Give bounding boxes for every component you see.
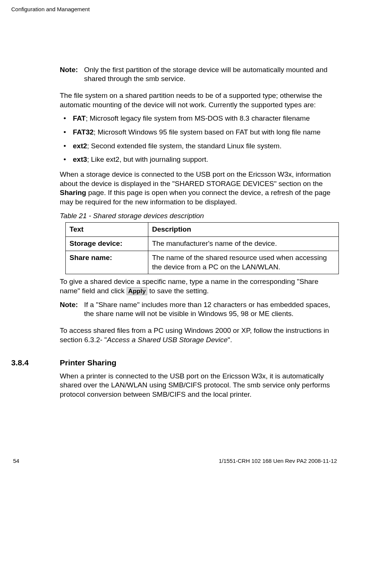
paragraph-printer: When a printer is connected to the USB p… — [60, 372, 339, 399]
paragraph-storage: When a storage device is connected to th… — [60, 170, 339, 207]
table-cell: The manufacturer's name of the device. — [148, 237, 339, 251]
table-header-row: Text Description — [66, 223, 339, 237]
fs-desc: ; Microsoft legacy file system from MS-D… — [86, 114, 310, 122]
section-content: When a printer is connected to the USB p… — [60, 372, 339, 399]
table-cell: Storage device: — [66, 237, 148, 251]
table-header: Text — [66, 223, 148, 237]
fs-name: FAT32 — [73, 128, 94, 136]
apply-button[interactable]: Apply — [127, 287, 147, 295]
list-item: FAT32; Microsoft Windows 95 file system … — [60, 128, 339, 137]
fs-desc: ; Like ext2, but with journaling support… — [87, 155, 208, 163]
page-footer: 54 1/1551-CRH 102 168 Uen Rev PA2 2008-1… — [11, 457, 339, 465]
page-header: Configuration and Management — [11, 6, 339, 13]
fs-desc: ; Second extended file system, the stand… — [87, 142, 282, 150]
note-label: Note: — [60, 65, 84, 84]
table-cell: The name of the shared resource used whe… — [148, 251, 339, 274]
filesystem-list: FAT; Microsoft legacy file system from M… — [60, 114, 339, 164]
section-ref: Access a Shared USB Storage Device — [107, 336, 228, 344]
fs-name: ext2 — [73, 142, 87, 150]
fs-name: ext3 — [73, 155, 87, 163]
note-label: Note: — [60, 300, 84, 319]
table-header: Description — [148, 223, 339, 237]
page-number: 54 — [13, 457, 19, 465]
content-area: Note: Only the first partition of the st… — [60, 65, 339, 345]
document-page: Configuration and Management Note: Only … — [0, 0, 365, 472]
sharing-page-ref: Sharing — [60, 189, 86, 196]
table-caption: Table 21 - Shared storage devices descri… — [60, 211, 339, 221]
note-block-1: Note: Only the first partition of the st… — [60, 65, 339, 84]
paragraph-apply: To give a shared device a specific name,… — [60, 277, 339, 295]
fs-name: FAT — [73, 114, 86, 122]
section-title: Printer Sharing — [60, 358, 117, 368]
note-text: Only the first partition of the storage … — [84, 65, 339, 84]
list-item: FAT; Microsoft legacy file system from M… — [60, 114, 339, 123]
section-heading: 3.8.4 Printer Sharing — [11, 358, 339, 368]
table-row: Storage device: The manufacturer's name … — [66, 237, 339, 251]
list-item: ext3; Like ext2, but with journaling sup… — [60, 155, 339, 164]
paragraph-access: To access shared files from a PC using W… — [60, 326, 339, 344]
section-number: 3.8.4 — [11, 358, 60, 368]
table-row: Share name: The name of the shared resou… — [66, 251, 339, 274]
storage-table: Text Description Storage device: The man… — [65, 222, 339, 274]
list-item: ext2; Second extended file system, the s… — [60, 142, 339, 151]
note-text: If a "Share name" includes more than 12 … — [84, 300, 339, 319]
fs-desc: ; Microsoft Windows 95 file system based… — [94, 128, 321, 136]
note-block-2: Note: If a "Share name" includes more th… — [60, 300, 339, 319]
table-cell: Share name: — [66, 251, 148, 274]
doc-id: 1/1551-CRH 102 168 Uen Rev PA2 2008-11-1… — [219, 457, 337, 465]
paragraph-intro: The file system on a shared partition ne… — [60, 91, 339, 109]
